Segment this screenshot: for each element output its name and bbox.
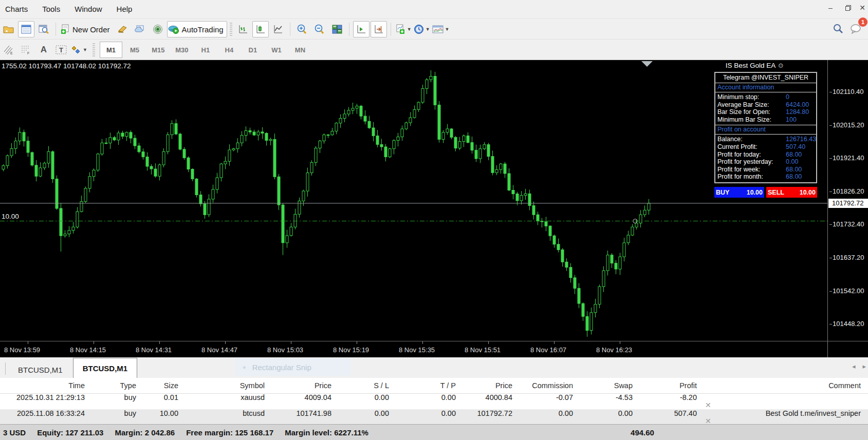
data-window-icon[interactable] [35, 21, 52, 37]
total-profit-readout: 494.60 [619, 428, 666, 437]
column-header-commission[interactable]: Commission [518, 381, 578, 390]
time-axis-tick [488, 341, 489, 344]
column-header-price[interactable]: Price [270, 381, 337, 390]
search-icon[interactable] [830, 21, 846, 37]
label-icon[interactable]: T [53, 42, 69, 58]
price-axis-label: 101542.00 [833, 287, 864, 295]
candlestick-chart [0, 60, 828, 341]
column-header-swap[interactable]: Swap [578, 381, 638, 390]
price-axis-label: 101921.40 [833, 154, 864, 162]
bar-chart-icon[interactable] [235, 21, 251, 37]
column-header-time[interactable]: Time [0, 381, 90, 390]
grid-f-icon[interactable]: F [18, 42, 34, 58]
text-icon[interactable]: A [35, 42, 52, 58]
chart-plot[interactable]: 1755.02 101793.47 101748.02 101792.72 IS… [0, 60, 828, 341]
menu-help[interactable]: Help [109, 0, 140, 18]
cloud-icon[interactable] [132, 21, 149, 37]
column-header-s-l[interactable]: S / L [337, 381, 394, 390]
column-header-price[interactable]: Price [461, 381, 518, 390]
svg-text:E: E [10, 51, 13, 55]
menu-tools[interactable]: Tools [35, 0, 67, 18]
column-header-symbol[interactable]: Symbol [183, 381, 270, 390]
restore-button[interactable] [839, 0, 857, 15]
panel-row: Profit for yesterday:0.00 [715, 158, 816, 166]
column-header-comment[interactable]: Comment [728, 381, 868, 390]
zoom-out-icon[interactable] [311, 21, 328, 37]
shapes-icon[interactable]: ▼ [70, 42, 88, 58]
panel-row-label: Balance: [717, 136, 743, 143]
open-account-icon[interactable] [1, 21, 17, 37]
tab-scroll-right-icon[interactable]: ▸ [862, 362, 866, 370]
time-axis-label: 8 Nov 16:23 [596, 346, 632, 354]
time-axis-label: 8 Nov 15:35 [399, 346, 435, 354]
periods-icon[interactable]: ▼ [413, 21, 431, 37]
tab-scroll-arrows: ◂ ▸ [852, 362, 866, 370]
time-axis[interactable]: 8 Nov 13:598 Nov 14:158 Nov 14:318 Nov 1… [0, 341, 868, 358]
table-row[interactable]: 2025.11.08 16:33:24buy10.00btcusd101741.… [0, 410, 868, 426]
line-chart-icon[interactable] [270, 21, 286, 37]
chart-shift-marker-icon[interactable] [641, 61, 653, 67]
tab-btcusd-m1-2[interactable]: BTCUSD,M1 [73, 358, 138, 378]
panel-row-value: 126716.43 [786, 136, 816, 143]
table-row[interactable]: 2025.10.31 21:29:13buy0.01xauusd4009.040… [0, 394, 868, 410]
margin-readout: Margin: 2 042.86 [115, 428, 175, 437]
snip-label: Rectangular Snip [252, 363, 311, 372]
close-position-icon[interactable]: ✕ [702, 401, 728, 409]
lines-e-icon[interactable]: E [1, 42, 17, 58]
menu-charts[interactable]: Charts [0, 0, 35, 18]
notifications-icon[interactable]: 1 [847, 21, 864, 37]
tab-separator [5, 362, 6, 375]
cell-profit: -8.20 [638, 393, 702, 401]
timeframe-w1[interactable]: W1 [265, 42, 288, 58]
column-header-type[interactable]: Type [90, 381, 141, 390]
price-axis-label: 101732.40 [833, 220, 864, 228]
price-axis-tick [829, 125, 832, 126]
column-header-t-p[interactable]: T / P [394, 381, 461, 390]
cell-s-l: 0.00 [337, 393, 394, 401]
timeframe-m1[interactable]: M1 [100, 42, 122, 58]
timeframe-d1[interactable]: D1 [242, 42, 264, 58]
column-header-size[interactable]: Size [141, 381, 183, 390]
new-order-button[interactable]: New Order [60, 21, 114, 37]
menu-window[interactable]: Window [67, 0, 109, 18]
minimize-button[interactable]: – [822, 0, 839, 15]
profit-rows: Balance:126716.43Current Profit:507.40Pr… [715, 135, 816, 182]
target-icon[interactable] [150, 21, 166, 37]
timeframe-h1[interactable]: H1 [194, 42, 217, 58]
templates-icon[interactable]: ▼ [432, 21, 450, 37]
panel-row-value: 0 [786, 93, 789, 101]
sell-button[interactable]: SELL 10.00 [766, 187, 817, 198]
panel-row-value: 6424.00 [786, 101, 809, 109]
timeframe-m30[interactable]: M30 [171, 42, 193, 58]
close-button[interactable]: ✕ [857, 0, 868, 15]
panel-row-label: Profit for today: [717, 151, 761, 158]
cell-symbol: btcusd [183, 409, 270, 417]
timeframe-h4[interactable]: H4 [218, 42, 241, 58]
buy-button[interactable]: BUY 10.00 [714, 187, 764, 198]
autotrading-button[interactable]: AutoTrading [167, 21, 227, 37]
panel-row-value: 68.00 [786, 166, 802, 174]
column-header-profit[interactable]: Profit [638, 381, 702, 390]
tab-scroll-left-icon[interactable]: ◂ [852, 362, 856, 370]
timeframe-mn[interactable]: MN [289, 42, 311, 58]
toolbar-separator [290, 23, 290, 36]
timeframe-m15[interactable]: M15 [147, 42, 170, 58]
toolbar-grip [93, 43, 95, 56]
tab-btcusd-m1-1[interactable]: BTCUSD,M1 [9, 361, 72, 378]
time-axis-label: 8 Nov 16:07 [530, 346, 566, 354]
market-watch-icon[interactable] [18, 21, 34, 37]
timeframe-m5[interactable]: M5 [123, 42, 146, 58]
tile-windows-icon[interactable] [329, 21, 345, 37]
price-axis-tick [829, 324, 832, 324]
indicators-icon[interactable]: ▼ [395, 21, 412, 37]
time-axis-tick [159, 341, 160, 344]
candlestick-chart-icon[interactable] [252, 21, 269, 37]
chart-area[interactable]: 1755.02 101793.47 101748.02 101792.72 IS… [0, 60, 868, 341]
chart-shift-icon[interactable] [371, 21, 387, 37]
price-axis[interactable]: 102110.40102015.20101921.40101826.201017… [828, 60, 868, 341]
zoom-in-icon[interactable] [294, 21, 310, 37]
auto-scroll-icon[interactable] [353, 21, 370, 37]
time-axis-label: 8 Nov 15:19 [333, 346, 369, 354]
svg-text:T: T [59, 46, 63, 54]
gold-tag-icon[interactable] [115, 21, 131, 37]
